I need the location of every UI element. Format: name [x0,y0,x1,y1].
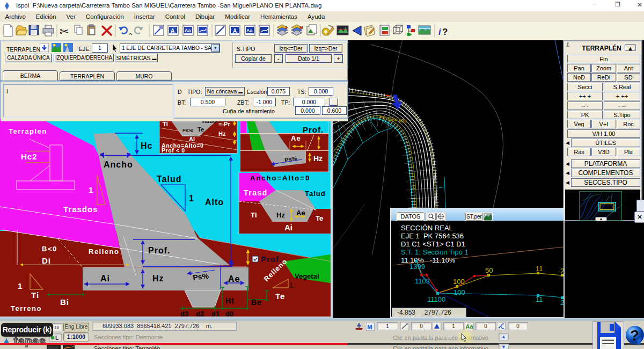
svg-text:Talud: Talud [157,174,181,184]
svg-text:Prof < 0: Prof < 0 [162,147,185,154]
svg-text:2: 2 [285,25,288,30]
svg-text:Aa: Aa [185,28,191,33]
svg-text:EJE 1 PK 7564.536: EJE 1 PK 7564.536 [401,232,464,240]
svg-text:Hz: Hz [276,211,285,219]
svg-text:Ancho: Ancho [104,160,133,169]
svg-text:Tl: Tl [251,211,257,219]
svg-text:Hz: Hz [218,130,226,137]
svg-text:11: 11 [536,295,543,303]
svg-text:✂: ✂ [60,25,69,38]
svg-text:Aa: Aa [246,28,253,33]
svg-text:Al: Al [189,136,195,142]
svg-text:Tl: Tl [163,121,168,127]
svg-text:A: A [171,28,174,34]
svg-text:2: 2 [560,267,564,275]
svg-text:Be: Be [251,298,262,307]
svg-text:Trasd: Trasd [244,188,268,197]
svg-text:Ht: Ht [225,296,235,305]
svg-text:1103: 1103 [415,277,430,285]
svg-text:11: 11 [536,265,543,273]
svg-text:Terreno: Terreno [11,304,42,312]
svg-text:Ae: Ae [296,209,305,217]
svg-text:Hz: Hz [313,154,323,163]
svg-text:Ps>0: Ps>0 [182,128,193,133]
svg-text:Di: Di [42,256,51,265]
svg-text:1399: 1399 [409,263,425,271]
svg-text:SECCIÓN REAL: SECCIÓN REAL [401,224,453,232]
svg-text:Ae: Ae [291,134,301,142]
svg-text:Prof.: Prof. [148,246,170,255]
svg-text:Ai: Ai [284,223,292,232]
svg-text:Prof.: Prof. [261,255,282,264]
svg-text:S.T. 1: Seccion Tipo 1: S.T. 1: Seccion Tipo 1 [401,248,469,256]
svg-text:Te: Te [275,292,285,301]
svg-text:Te: Te [316,214,323,222]
svg-text:B<0: B<0 [42,245,57,253]
svg-text:Ai: Ai [100,274,110,283]
svg-text:Hz: Hz [152,274,164,283]
svg-text:Alto: Alto [205,198,224,207]
svg-text:PK 7564.636: PK 7564.636 [379,115,407,124]
svg-text:Trasdos: Trasdos [63,205,98,214]
svg-text:Bi: Bi [60,297,69,307]
svg-text:Relleno: Relleno [89,248,119,256]
svg-text:Talud: Talud [305,190,326,198]
svg-text:1: 1 [289,281,294,289]
svg-text:1: 1 [89,185,93,194]
svg-text:?: ? [442,27,448,37]
svg-text:1: 1 [189,194,194,203]
svg-text:Hc: Hc [141,141,152,150]
svg-text:M: M [368,324,372,330]
svg-text:Vegetal: Vegetal [295,272,319,280]
svg-text:D1 C1 <ST1> C1 D1: D1 C1 <ST1> C1 D1 [401,240,465,248]
svg-text:Terraplen: Terraplen [9,127,47,135]
svg-text:A: A [233,28,237,34]
svg-text:i: i [438,27,441,37]
svg-text:Prof.: Prof. [303,125,324,134]
svg-text:Hc2: Hc2 [21,152,38,161]
svg-text:L: L [55,335,58,341]
svg-text:50: 50 [485,266,493,274]
svg-text:Te: Te [197,126,204,133]
svg-text:Ancho=Alto=0: Ancho=Alto=0 [250,174,310,182]
svg-text:M: M [299,25,303,30]
svg-text:100: 100 [453,278,465,286]
svg-text:11100: 11100 [427,295,445,303]
svg-text:=-Pr: =-Pr [218,121,230,127]
svg-text:1: 1 [18,281,23,290]
svg-text:Ae: Ae [228,274,240,283]
svg-text:?: ? [630,327,639,344]
svg-text:Ti: Ti [31,290,39,300]
svg-text:100: 100 [453,288,465,296]
svg-text:2: 2 [560,299,564,307]
